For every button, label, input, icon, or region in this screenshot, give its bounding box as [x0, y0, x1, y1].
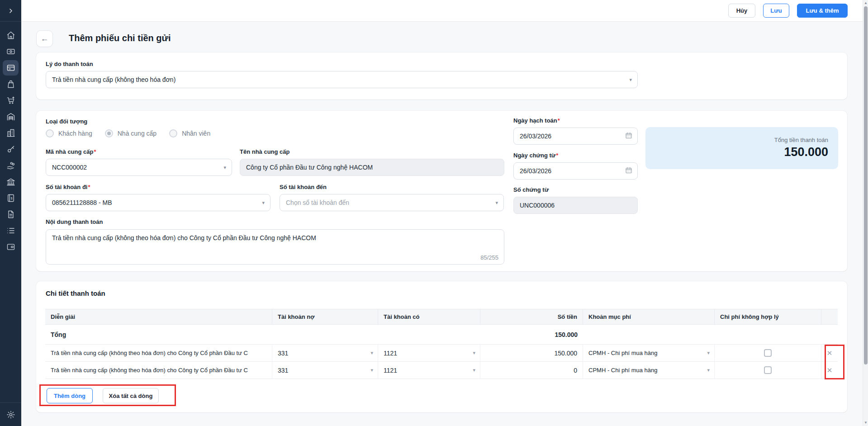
- cancel-button[interactable]: Hủy: [728, 4, 755, 18]
- total-label-cell: Tổng: [45, 325, 272, 344]
- account-from-select[interactable]: 0856211128888 - MB▾: [46, 194, 270, 211]
- add-row-button[interactable]: Thêm dòng: [47, 388, 93, 403]
- document-date-input[interactable]: 26/03/2026: [513, 162, 638, 180]
- credit-account-select[interactable]: 1121▾: [378, 362, 480, 379]
- posting-date-label: Ngày hạch toán*: [513, 117, 560, 124]
- table-row: Trả tiền nhà cung cấp (không theo hóa đơ…: [45, 345, 838, 362]
- total-amount-value: 150.000: [784, 145, 828, 159]
- sidebar-item-salary[interactable]: [0, 157, 21, 174]
- chevron-down-icon: ▾: [262, 200, 265, 206]
- account-from-label: Số tài khoản đi*: [46, 184, 90, 190]
- home-icon: [6, 31, 15, 40]
- amount-cell[interactable]: 150.000: [480, 345, 583, 361]
- sidebar-item-company[interactable]: [0, 125, 21, 141]
- posting-date-input[interactable]: 26/03/2026: [513, 128, 638, 145]
- chevron-down-icon: ▾: [629, 77, 632, 83]
- hand-coins-icon: [6, 161, 15, 170]
- table-total-row: Tổng 150.000: [45, 325, 838, 345]
- sidebar-item-home[interactable]: [0, 27, 21, 43]
- save-and-add-button[interactable]: Lưu & thêm: [797, 4, 848, 18]
- sidebar-item-documents[interactable]: [0, 206, 21, 222]
- sidebar-item-settings[interactable]: [0, 402, 21, 426]
- invalid-expense-checkbox[interactable]: [764, 349, 772, 357]
- account-to-select[interactable]: Chọn số tài khoản đến▾: [280, 194, 504, 211]
- invalid-expense-checkbox[interactable]: [764, 366, 772, 374]
- delete-row-button[interactable]: ✕: [821, 366, 838, 374]
- chevron-down-icon: ▾: [223, 165, 226, 170]
- radio-supplier[interactable]: Nhà cung cấp: [105, 129, 157, 137]
- details-title: Chi tiết thanh toán: [46, 289, 105, 297]
- debit-account-select[interactable]: 331▾: [272, 345, 378, 361]
- object-type-radio-group: Khách hàng Nhà cung cấp Nhân viên: [46, 129, 210, 137]
- calendar-icon: [625, 167, 632, 175]
- document-icon: [6, 210, 15, 219]
- total-amount-cell: 150.000: [480, 325, 583, 344]
- sidebar-item-cashbook[interactable]: $: [0, 190, 21, 206]
- payment-reason-label: Lý do thanh toán: [46, 61, 93, 67]
- sidebar-item-tax[interactable]: [0, 174, 21, 190]
- sidebar-item-inventory[interactable]: [0, 109, 21, 125]
- radio-selected-icon: [105, 129, 113, 137]
- expense-item-select[interactable]: CPMH - Chi phí mua hàng▾: [583, 362, 715, 379]
- total-amount-label: Tổng tiền thanh toán: [774, 137, 828, 143]
- page-title: Thêm phiếu chi tiền gửi: [69, 33, 171, 43]
- sidebar-item-bank-deposit[interactable]: [0, 60, 21, 76]
- payment-content-label: Nội dung thanh toán: [46, 218, 103, 225]
- scroll-up-arrow-icon[interactable]: ▲: [864, 1, 868, 5]
- wallet-icon: [6, 242, 15, 251]
- bank-icon: [6, 177, 15, 186]
- credit-account-select[interactable]: 1121▾: [378, 345, 480, 361]
- payment-reason-select[interactable]: Trả tiền nhà cung cấp (không theo hóa đơ…: [46, 71, 638, 88]
- scroll-down-arrow-icon[interactable]: ▼: [864, 421, 868, 425]
- chevron-down-icon: ▾: [370, 350, 373, 356]
- sidebar-item-cash[interactable]: [0, 43, 21, 60]
- chevron-down-icon: ▾: [370, 367, 373, 373]
- chevron-down-icon: ▾: [495, 200, 498, 206]
- supplier-name-input: Công ty Cổ phần Đầu tư Công nghệ HACOM: [240, 159, 504, 176]
- col-header-debit-account: Tài khoản nợ: [272, 309, 378, 324]
- supplier-code-select[interactable]: NCC000002▾: [46, 159, 232, 176]
- shopping-bag-icon: [6, 80, 15, 89]
- delete-all-rows-button[interactable]: Xóa tất cả dòng: [103, 388, 159, 403]
- radio-customer[interactable]: Khách hàng: [46, 129, 92, 137]
- sidebar-item-assets[interactable]: [0, 141, 21, 157]
- sidebar-item-purchases[interactable]: [0, 76, 21, 92]
- money-bill-icon: [6, 47, 15, 56]
- sidebar-item-wallet[interactable]: [0, 239, 21, 255]
- description-cell[interactable]: Trả tiền nhà cung cấp (không theo hóa đơ…: [45, 362, 272, 379]
- bulleted-list-icon: [6, 226, 15, 235]
- save-button[interactable]: Lưu: [763, 4, 789, 18]
- col-header-invalid-expense: Chi phí không hợp lý: [715, 309, 821, 324]
- scrollbar-thumb[interactable]: [864, 6, 868, 364]
- payment-content-textarea[interactable]: Trả tiền nhà cung cấp (không theo hóa đơ…: [46, 229, 504, 265]
- table-row: Trả tiền nhà cung cấp (không theo hóa đơ…: [45, 362, 838, 379]
- supplier-name-label: Tên nhà cung cấp: [240, 148, 290, 155]
- radio-employee[interactable]: Nhân viên: [169, 129, 210, 137]
- key-icon: [6, 145, 15, 154]
- delete-row-button[interactable]: ✕: [821, 349, 838, 357]
- sidebar: $: [0, 0, 21, 426]
- col-header-amount: Số tiền: [480, 309, 583, 324]
- debit-account-select[interactable]: 331▾: [272, 362, 378, 379]
- cash-journal-icon: $: [6, 194, 15, 203]
- expense-item-select[interactable]: CPMH - Chi phí mua hàng▾: [583, 345, 715, 361]
- radio-circle-icon: [46, 129, 54, 137]
- document-no-label: Số chứng từ: [513, 186, 549, 193]
- document-date-label: Ngày chứng từ*: [513, 152, 558, 159]
- chevron-down-icon: ▾: [707, 350, 710, 356]
- back-button[interactable]: ←: [36, 30, 53, 47]
- organization-icon: [6, 128, 15, 137]
- total-amount-box: Tổng tiền thanh toán 150.000: [645, 127, 838, 169]
- sidebar-item-orders[interactable]: [0, 92, 21, 109]
- char-counter: 85/255: [480, 254, 498, 261]
- sidebar-item-categories[interactable]: [0, 222, 21, 239]
- col-header-actions: [821, 309, 838, 324]
- sidebar-expand-button[interactable]: [0, 0, 21, 22]
- amount-cell[interactable]: 0: [480, 362, 583, 379]
- table-header-row: Diễn giải Tài khoản nợ Tài khoản có Số t…: [45, 309, 838, 325]
- description-cell[interactable]: Trả tiền nhà cung cấp (không theo hóa đơ…: [45, 345, 272, 361]
- vertical-scrollbar: ▲ ▼: [863, 0, 868, 426]
- calendar-icon: [625, 132, 632, 141]
- arrow-left-icon: ←: [41, 34, 49, 43]
- supplier-code-label: Mã nhà cung cấp*: [46, 148, 96, 155]
